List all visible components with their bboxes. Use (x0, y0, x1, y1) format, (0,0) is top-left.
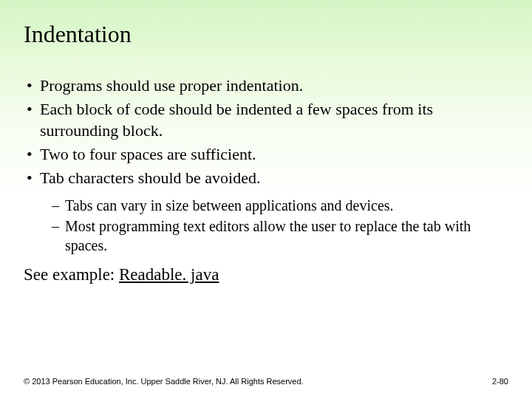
see-example-label: See example: (24, 265, 119, 284)
sub-bullet-item: Tabs can vary in size between applicatio… (50, 196, 508, 215)
bullet-item: Each block of code should be indented a … (24, 98, 508, 142)
bullet-item: Two to four spaces are sufficient. (24, 143, 508, 166)
see-example: See example: Readable. java (24, 265, 508, 284)
see-example-link[interactable]: Readable. java (119, 265, 219, 284)
footer: © 2013 Pearson Education, Inc. Upper Sad… (24, 377, 508, 386)
copyright-text: © 2013 Pearson Education, Inc. Upper Sad… (24, 377, 304, 386)
slide: Indentation Programs should use proper i… (0, 0, 532, 399)
bullet-item: Programs should use proper indentation. (24, 75, 508, 97)
bullet-item: Tab characters should be avoided. Tabs c… (24, 167, 508, 256)
sub-bullet-list: Tabs can vary in size between applicatio… (50, 196, 508, 255)
page-number: 2-80 (492, 377, 508, 386)
slide-title: Indentation (24, 21, 508, 48)
bullet-text: Tab characters should be avoided. (40, 168, 260, 187)
sub-bullet-item: Most programming text editors allow the … (50, 216, 508, 255)
bullet-list: Programs should use proper indentation. … (24, 75, 508, 255)
